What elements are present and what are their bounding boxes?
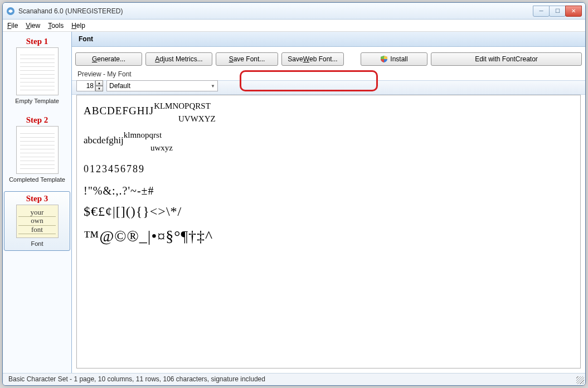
page-title: Font <box>72 32 585 47</box>
resize-grip[interactable] <box>576 376 584 384</box>
minimize-button[interactable]: ─ <box>533 6 550 17</box>
main-panel: Font Generate... Adjust Metrics... Save … <box>72 32 585 373</box>
step2-thumb <box>16 126 59 174</box>
statusbar: Basic Character Set - 1 page, 10 columns… <box>3 373 585 385</box>
install-button[interactable]: Install <box>361 52 427 66</box>
glyph-preview[interactable]: ABCDEFGHIJKLMNOPQRST UVWXYZ abcdefghijkl… <box>76 95 581 368</box>
sidebar-step-1[interactable]: Step 1 Empty Template <box>4 34 70 108</box>
sidebar: Step 1 Empty Template Step 2 Completed T… <box>3 32 72 373</box>
font-size-input[interactable] <box>76 80 95 91</box>
step1-title: Step 1 <box>6 37 69 46</box>
step1-label: Empty Template <box>6 98 69 104</box>
adjust-metrics-button[interactable]: Adjust Metrics... <box>145 52 212 66</box>
menubar: File View Tools Help <box>3 20 585 32</box>
shield-icon <box>380 55 388 63</box>
menu-tools[interactable]: Tools <box>48 22 64 30</box>
spin-down-button[interactable]: ▼ <box>95 86 103 91</box>
step3-label: Font <box>6 240 69 247</box>
titlebar: Scanahand 6.0 (UNREGISTERED) ─ ☐ ✕ <box>3 3 585 20</box>
menu-file[interactable]: File <box>7 22 18 30</box>
sidebar-step-2[interactable]: Step 2 Completed Template <box>4 113 70 187</box>
close-button[interactable]: ✕ <box>565 6 582 17</box>
save-web-font-button[interactable]: Save Web Font... <box>281 52 344 66</box>
toolbar: Generate... Adjust Metrics... Save Font.… <box>72 47 585 69</box>
status-text: Basic Character Set - 1 page, 10 columns… <box>8 375 265 383</box>
menu-help[interactable]: Help <box>71 22 85 30</box>
preview-label: Preview - My Font <box>72 69 585 80</box>
font-size-spinner[interactable]: ▲ ▼ <box>76 80 103 91</box>
step3-title: Step 3 <box>6 194 69 203</box>
save-font-button[interactable]: Save Font... <box>216 52 278 66</box>
step2-title: Step 2 <box>6 115 69 125</box>
sidebar-step-3[interactable]: Step 3 your own font Font <box>4 191 70 251</box>
menu-view[interactable]: View <box>26 22 40 30</box>
preview-toolbar: ▲ ▼ Default ▼ <box>72 80 585 95</box>
preset-combo[interactable]: Default ▼ <box>106 80 218 91</box>
step3-thumb: your own font <box>16 205 59 238</box>
spin-up-button[interactable]: ▲ <box>95 80 103 86</box>
generate-button[interactable]: Generate... <box>75 52 142 66</box>
step2-label: Completed Template <box>6 176 69 183</box>
app-icon <box>6 7 15 16</box>
preset-combo-value: Default <box>109 82 130 90</box>
edit-fontcreator-button[interactable]: Edit with FontCreator <box>431 52 582 66</box>
chevron-down-icon: ▼ <box>211 84 215 89</box>
maximize-button[interactable]: ☐ <box>549 6 566 17</box>
step1-thumb <box>16 47 59 95</box>
window-title: Scanahand 6.0 (UNREGISTERED) <box>18 7 123 15</box>
